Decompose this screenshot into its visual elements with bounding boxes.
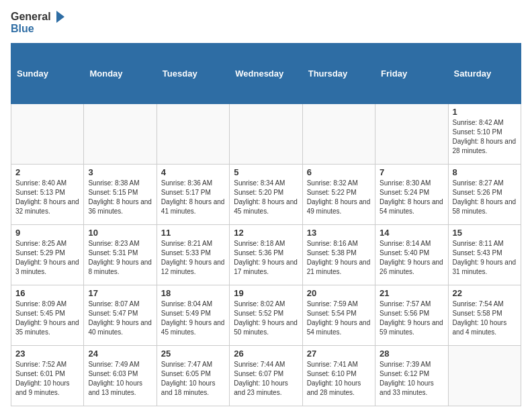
day-info: Sunrise: 7:52 AMSunset: 6:01 PMDaylight:… — [15, 360, 79, 398]
day-info: Sunrise: 7:49 AMSunset: 6:03 PMDaylight:… — [88, 360, 152, 398]
day-number: 2 — [15, 167, 79, 177]
calendar-cell: 21Sunrise: 7:57 AMSunset: 5:56 PMDayligh… — [375, 285, 448, 345]
calendar-cell: 4Sunrise: 8:36 AMSunset: 5:17 PMDaylight… — [157, 164, 229, 224]
week-row-2: 2Sunrise: 8:40 AMSunset: 5:13 PMDaylight… — [11, 164, 521, 224]
svg-marker-0 — [56, 11, 64, 23]
weekday-header-tuesday: Tuesday — [157, 43, 229, 103]
logo-arrow-icon — [52, 11, 64, 23]
calendar-cell: 11Sunrise: 8:21 AMSunset: 5:33 PMDayligh… — [157, 224, 229, 285]
day-info: Sunrise: 8:32 AMSunset: 5:22 PMDaylight:… — [307, 179, 371, 216]
calendar-cell: 17Sunrise: 8:07 AMSunset: 5:47 PMDayligh… — [84, 285, 157, 345]
weekday-header-row: SundayMondayTuesdayWednesdayThursdayFrid… — [11, 43, 521, 103]
calendar-cell: 24Sunrise: 7:49 AMSunset: 6:03 PMDayligh… — [84, 345, 157, 406]
calendar-cell: 20Sunrise: 7:59 AMSunset: 5:54 PMDayligh… — [302, 285, 375, 345]
day-info: Sunrise: 8:36 AMSunset: 5:17 PMDaylight:… — [161, 179, 225, 216]
calendar-cell: 1Sunrise: 8:42 AMSunset: 5:10 PMDaylight… — [448, 103, 521, 164]
day-info: Sunrise: 8:14 AMSunset: 5:40 PMDaylight:… — [380, 239, 443, 277]
calendar-cell — [302, 103, 375, 164]
week-row-1: 1Sunrise: 8:42 AMSunset: 5:10 PMDaylight… — [11, 103, 521, 164]
day-number: 12 — [234, 228, 298, 238]
calendar-cell — [84, 103, 157, 164]
day-info: Sunrise: 7:39 AMSunset: 6:12 PMDaylight:… — [380, 360, 443, 398]
day-number: 6 — [307, 167, 371, 177]
day-info: Sunrise: 8:21 AMSunset: 5:33 PMDaylight:… — [161, 239, 225, 277]
calendar-cell: 19Sunrise: 8:02 AMSunset: 5:52 PMDayligh… — [230, 285, 302, 345]
logo-general: General — [11, 11, 51, 23]
page-header: General Blue — [11, 11, 521, 35]
calendar-cell — [11, 103, 84, 164]
calendar-cell: 14Sunrise: 8:14 AMSunset: 5:40 PMDayligh… — [375, 224, 448, 285]
day-number: 21 — [380, 288, 443, 298]
calendar-cell: 5Sunrise: 8:34 AMSunset: 5:20 PMDaylight… — [230, 164, 302, 224]
day-number: 5 — [234, 167, 298, 177]
calendar-cell: 18Sunrise: 8:04 AMSunset: 5:49 PMDayligh… — [157, 285, 229, 345]
day-number: 15 — [453, 228, 517, 238]
calendar-cell — [448, 345, 521, 406]
day-number: 20 — [307, 288, 371, 298]
logo-blue: Blue — [11, 23, 64, 35]
weekday-header-wednesday: Wednesday — [230, 43, 302, 103]
day-number: 27 — [307, 349, 371, 359]
day-number: 4 — [161, 167, 225, 177]
day-info: Sunrise: 8:34 AMSunset: 5:20 PMDaylight:… — [234, 179, 298, 216]
day-info: Sunrise: 8:18 AMSunset: 5:36 PMDaylight:… — [234, 239, 298, 277]
day-info: Sunrise: 8:11 AMSunset: 5:43 PMDaylight:… — [453, 239, 517, 277]
day-info: Sunrise: 8:27 AMSunset: 5:26 PMDaylight:… — [453, 179, 517, 216]
day-number: 1 — [453, 107, 517, 117]
day-info: Sunrise: 8:42 AMSunset: 5:10 PMDaylight:… — [453, 118, 517, 156]
day-info: Sunrise: 7:57 AMSunset: 5:56 PMDaylight:… — [380, 300, 443, 337]
calendar-cell: 26Sunrise: 7:44 AMSunset: 6:07 PMDayligh… — [230, 345, 302, 406]
day-info: Sunrise: 8:23 AMSunset: 5:31 PMDaylight:… — [88, 239, 152, 277]
day-number: 11 — [161, 228, 225, 238]
calendar-cell: 22Sunrise: 7:54 AMSunset: 5:58 PMDayligh… — [448, 285, 521, 345]
day-info: Sunrise: 7:54 AMSunset: 5:58 PMDaylight:… — [453, 300, 517, 337]
day-number: 25 — [161, 349, 225, 359]
day-number: 8 — [453, 167, 517, 177]
day-number: 7 — [380, 167, 443, 177]
day-info: Sunrise: 7:47 AMSunset: 6:05 PMDaylight:… — [161, 360, 225, 398]
day-info: Sunrise: 8:16 AMSunset: 5:38 PMDaylight:… — [307, 239, 371, 277]
day-number: 23 — [15, 349, 79, 359]
calendar-cell: 23Sunrise: 7:52 AMSunset: 6:01 PMDayligh… — [11, 345, 84, 406]
calendar-cell: 3Sunrise: 8:38 AMSunset: 5:15 PMDaylight… — [84, 164, 157, 224]
calendar-cell: 8Sunrise: 8:27 AMSunset: 5:26 PMDaylight… — [448, 164, 521, 224]
weekday-header-friday: Friday — [375, 43, 448, 103]
day-info: Sunrise: 8:04 AMSunset: 5:49 PMDaylight:… — [161, 300, 225, 337]
week-row-5: 23Sunrise: 7:52 AMSunset: 6:01 PMDayligh… — [11, 345, 521, 406]
calendar-cell: 25Sunrise: 7:47 AMSunset: 6:05 PMDayligh… — [157, 345, 229, 406]
day-number: 17 — [88, 288, 152, 298]
day-info: Sunrise: 8:07 AMSunset: 5:47 PMDaylight:… — [88, 300, 152, 337]
weekday-header-monday: Monday — [84, 43, 157, 103]
day-number: 26 — [234, 349, 298, 359]
day-number: 19 — [234, 288, 298, 298]
day-number: 14 — [380, 228, 443, 238]
day-info: Sunrise: 8:02 AMSunset: 5:52 PMDaylight:… — [234, 300, 298, 337]
calendar-cell — [375, 103, 448, 164]
day-number: 10 — [88, 228, 152, 238]
calendar-cell: 10Sunrise: 8:23 AMSunset: 5:31 PMDayligh… — [84, 224, 157, 285]
weekday-header-thursday: Thursday — [302, 43, 375, 103]
day-info: Sunrise: 8:30 AMSunset: 5:24 PMDaylight:… — [380, 179, 443, 216]
calendar-cell: 7Sunrise: 8:30 AMSunset: 5:24 PMDaylight… — [375, 164, 448, 224]
calendar-table: SundayMondayTuesdayWednesdayThursdayFrid… — [11, 43, 521, 406]
day-number: 18 — [161, 288, 225, 298]
calendar-cell: 2Sunrise: 8:40 AMSunset: 5:13 PMDaylight… — [11, 164, 84, 224]
week-row-3: 9Sunrise: 8:25 AMSunset: 5:29 PMDaylight… — [11, 224, 521, 285]
calendar-cell: 15Sunrise: 8:11 AMSunset: 5:43 PMDayligh… — [448, 224, 521, 285]
day-info: Sunrise: 8:38 AMSunset: 5:15 PMDaylight:… — [88, 179, 152, 216]
calendar-cell: 12Sunrise: 8:18 AMSunset: 5:36 PMDayligh… — [230, 224, 302, 285]
calendar-cell: 9Sunrise: 8:25 AMSunset: 5:29 PMDaylight… — [11, 224, 84, 285]
day-number: 3 — [88, 167, 152, 177]
calendar-cell: 27Sunrise: 7:41 AMSunset: 6:10 PMDayligh… — [302, 345, 375, 406]
day-number: 24 — [88, 349, 152, 359]
calendar-cell: 13Sunrise: 8:16 AMSunset: 5:38 PMDayligh… — [302, 224, 375, 285]
calendar-cell — [230, 103, 302, 164]
weekday-header-sunday: Sunday — [11, 43, 84, 103]
calendar-cell: 6Sunrise: 8:32 AMSunset: 5:22 PMDaylight… — [302, 164, 375, 224]
logo: General Blue — [11, 11, 64, 35]
day-info: Sunrise: 8:25 AMSunset: 5:29 PMDaylight:… — [15, 239, 79, 277]
logo-graphic: General Blue — [11, 11, 64, 35]
day-info: Sunrise: 7:41 AMSunset: 6:10 PMDaylight:… — [307, 360, 371, 398]
day-number: 9 — [15, 228, 79, 238]
day-number: 22 — [453, 288, 517, 298]
